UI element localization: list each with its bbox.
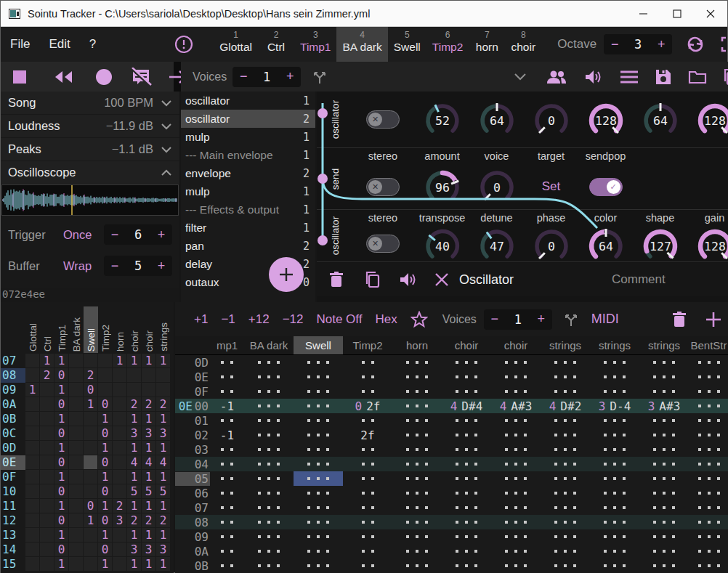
note-cell[interactable]	[210, 355, 244, 370]
param-knob[interactable]: 64	[476, 92, 518, 147]
note-cell[interactable]	[294, 384, 343, 399]
note-cell[interactable]	[541, 544, 590, 558]
note-cell[interactable]	[244, 500, 294, 515]
note-cell[interactable]	[689, 355, 728, 370]
note-row-label[interactable]: 02	[175, 428, 210, 442]
octave-increment-button[interactable]: +	[650, 37, 672, 52]
order-cell[interactable]	[84, 528, 97, 542]
save-icon[interactable]	[655, 68, 672, 86]
order-cell[interactable]: 1	[98, 470, 112, 484]
close-button[interactable]	[694, 1, 727, 26]
note-cell[interactable]	[689, 529, 728, 544]
note-cell[interactable]	[392, 370, 442, 384]
order-cell[interactable]: 1	[156, 557, 170, 571]
note-cell[interactable]	[541, 355, 590, 370]
note-cell[interactable]	[210, 442, 244, 457]
order-cell[interactable]	[25, 557, 39, 571]
param-knob[interactable]: 52	[421, 92, 464, 147]
note-cell[interactable]	[244, 529, 294, 544]
note-cell[interactable]: 4A#3	[491, 399, 541, 413]
order-row-label[interactable]: 09	[1, 383, 25, 397]
order-row-label[interactable]: 0E	[1, 455, 25, 470]
note-cell[interactable]	[392, 529, 442, 544]
order-cell[interactable]: 1	[142, 412, 155, 426]
note-cell[interactable]	[590, 355, 639, 370]
transpose-knob[interactable]: 40	[421, 226, 464, 265]
order-cell[interactable]: 1	[156, 354, 170, 367]
note-cell[interactable]	[639, 355, 689, 370]
order-cell[interactable]	[25, 412, 39, 426]
param-knob[interactable]: 128	[585, 92, 627, 147]
note-cell[interactable]	[491, 471, 541, 486]
order-row-label[interactable]: 13	[1, 528, 25, 542]
order-cell[interactable]: 1	[54, 354, 68, 367]
note-cell[interactable]	[343, 413, 392, 428]
track-header-mp1[interactable]: mp1	[210, 336, 244, 354]
panel-row-peaks[interactable]: Peaks−1.1 dB	[1, 138, 179, 160]
menu-edit[interactable]: Edit	[39, 37, 79, 52]
order-cell[interactable]: 3	[156, 542, 170, 556]
note-cell[interactable]	[343, 384, 392, 399]
order-cell[interactable]	[98, 368, 112, 382]
note-cell[interactable]	[343, 370, 392, 384]
order-cell[interactable]	[113, 383, 126, 397]
instrument-tab-timp2[interactable]: 6Timp2	[426, 27, 469, 62]
minimize-button[interactable]	[627, 1, 660, 26]
transpose-plus1-button[interactable]: +1	[194, 312, 208, 327]
chevron-up-icon[interactable]	[161, 166, 172, 179]
order-cell[interactable]: 0	[54, 368, 68, 382]
trigger-decrement-button[interactable]: −	[104, 227, 126, 243]
solo-speaker-icon[interactable]	[583, 68, 602, 86]
note-cell[interactable]	[343, 544, 392, 558]
order-column-header-strings[interactable]: strings	[156, 306, 171, 353]
note-cell[interactable]	[442, 413, 491, 428]
order-cell[interactable]: 1	[98, 528, 112, 542]
note-cell[interactable]	[689, 442, 728, 457]
order-cell[interactable]	[69, 528, 83, 542]
voice-knob[interactable]: 0	[476, 164, 518, 209]
order-cell[interactable]: 5	[142, 484, 155, 498]
note-cell[interactable]	[244, 457, 294, 471]
order-cell[interactable]: 5	[127, 484, 141, 498]
note-cell[interactable]	[244, 515, 294, 529]
order-cell[interactable]: 1	[127, 470, 141, 484]
order-cell[interactable]	[98, 383, 112, 397]
note-cell[interactable]	[689, 500, 728, 515]
phase-knob[interactable]: 0	[530, 226, 573, 265]
order-cell[interactable]	[25, 397, 39, 411]
note-voices-increment-button[interactable]: +	[530, 312, 552, 327]
track-header-choir[interactable]: choir	[442, 336, 491, 354]
order-cell[interactable]: 1	[142, 354, 155, 367]
order-cell[interactable]: 4	[156, 455, 170, 469]
note-cell[interactable]	[343, 500, 392, 515]
order-column-header-glottal[interactable]: Glottal	[25, 306, 40, 353]
order-cell[interactable]: 1	[84, 513, 97, 527]
shape-knob[interactable]: 127	[639, 226, 682, 265]
note-cell[interactable]	[639, 370, 689, 384]
note-cell[interactable]	[392, 428, 442, 442]
note-cell[interactable]	[343, 558, 392, 573]
warning-icon[interactable]	[174, 35, 193, 54]
note-cell[interactable]	[541, 442, 590, 457]
order-cell[interactable]	[25, 528, 39, 542]
split-voices-icon[interactable]	[562, 311, 580, 328]
unit-list-item-pan[interactable]: pan2	[181, 237, 315, 255]
order-cell[interactable]: 2	[156, 397, 170, 411]
instrument-tab-horn[interactable]: 7horn	[469, 27, 505, 62]
order-cell[interactable]: 3	[142, 542, 155, 556]
note-cell[interactable]	[294, 515, 343, 529]
note-cell[interactable]	[442, 500, 491, 515]
buffer-increment-button[interactable]: +	[150, 259, 172, 274]
panel-row-loudness[interactable]: Loudness−11.9 dB	[1, 115, 179, 137]
order-cell[interactable]	[25, 368, 39, 382]
note-cell[interactable]	[210, 558, 244, 573]
order-cell[interactable]	[84, 484, 97, 498]
order-cell[interactable]: 5	[156, 484, 170, 498]
order-cell[interactable]: 1	[127, 412, 141, 426]
note-cell[interactable]	[590, 413, 639, 428]
order-cell[interactable]: 0	[54, 455, 68, 469]
note-cell[interactable]	[491, 457, 541, 471]
sendpop-toggle[interactable]: ✓	[589, 178, 623, 196]
instrument-tab-glottal[interactable]: 1Glottal	[214, 27, 258, 62]
note-cell[interactable]	[639, 457, 689, 471]
